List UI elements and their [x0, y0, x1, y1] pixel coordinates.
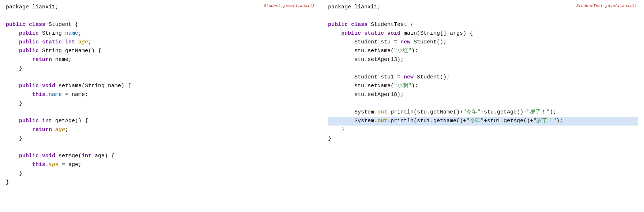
code-line	[328, 99, 638, 108]
code-line-highlighted: System.out.println(stu1.getName()+"今年"+s…	[328, 117, 638, 126]
right-pane: StudentTest.java(lianxi1) package lianxi…	[322, 0, 644, 212]
code-line: stu.setAge(18);	[328, 90, 638, 99]
code-line: stu.setName("小红");	[328, 47, 638, 55]
code-line	[6, 73, 316, 82]
code-line: return name;	[6, 55, 316, 64]
code-line: }	[328, 126, 638, 134]
code-line: return age;	[6, 126, 316, 134]
code-line: }	[6, 64, 316, 73]
code-line: }	[6, 99, 316, 108]
code-line: public String name;	[6, 29, 316, 38]
code-line	[6, 108, 316, 117]
code-line: }	[6, 178, 316, 187]
code-line: this.age = age;	[6, 161, 316, 169]
code-line: public void setAge(int age) {	[6, 152, 316, 161]
code-line: }	[6, 134, 316, 143]
code-line: this.name = name;	[6, 90, 316, 99]
code-line: public static void main(String[] args) {	[328, 29, 638, 38]
right-file-label: StudentTest.java(lianxi1)	[576, 3, 637, 9]
left-file-label: Student.java(lianxi1)	[264, 3, 315, 9]
code-line: public void setName(String name) {	[6, 82, 316, 90]
code-line: Student stu = new Student();	[328, 38, 638, 47]
code-line: public String getName() {	[6, 47, 316, 55]
code-line	[328, 12, 638, 20]
code-line	[328, 64, 638, 73]
code-line: Student stu1 = new Student();	[328, 73, 638, 82]
code-line: }	[6, 169, 316, 178]
code-line: public int getAge() {	[6, 117, 316, 126]
code-line: public class Student {	[6, 20, 316, 29]
code-line: public class StudentTest {	[328, 20, 638, 29]
code-line: public static int age;	[6, 38, 316, 47]
code-line: }	[328, 134, 638, 143]
left-pane: Student.java(lianxi1) package lianxi1; p…	[0, 0, 322, 212]
code-line: System.out.println(stu.getName()+"今年"+st…	[328, 108, 638, 117]
code-line	[6, 143, 316, 152]
code-line: stu.setAge(13);	[328, 55, 638, 64]
code-line: stu.setName("小明");	[328, 82, 638, 90]
code-line	[6, 12, 316, 20]
editor-container: Student.java(lianxi1) package lianxi1; p…	[0, 0, 644, 212]
